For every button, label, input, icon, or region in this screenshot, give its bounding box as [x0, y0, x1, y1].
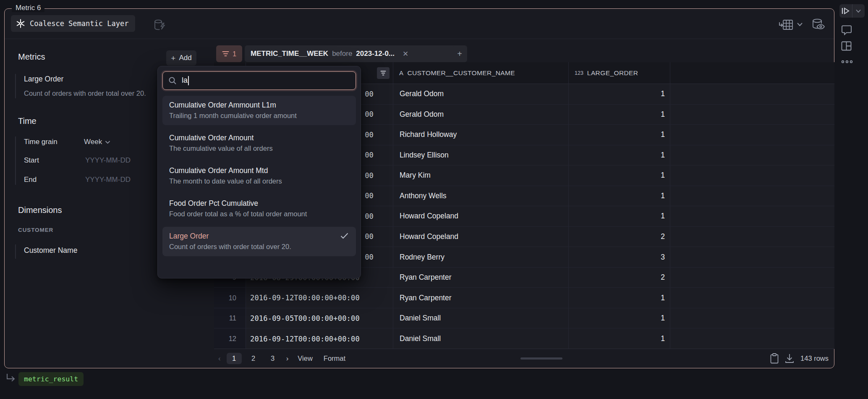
row-count: 143 rows	[800, 354, 829, 362]
cell-large-order: 1	[569, 186, 670, 206]
cell-empty	[670, 328, 834, 349]
metric-option-title: Cumulative Order Ammount L1m	[169, 100, 349, 110]
add-metric-button[interactable]: + Add	[166, 50, 196, 66]
cell-customer-name: Richard Holloway	[393, 125, 569, 145]
database-lightning-icon[interactable]	[154, 19, 165, 32]
metric-option[interactable]: Cumulative Order Amount The cumulative v…	[162, 129, 356, 158]
end-date-input[interactable]: YYYY-MM-DD	[85, 176, 131, 184]
cell-empty	[670, 186, 834, 206]
metric-option-title: Cumulative Order Amount	[169, 133, 349, 143]
metric-option[interactable]: Cumulative Order Amount Mtd The month to…	[162, 161, 356, 191]
metric-search-dropdown: la Cumulative Order Ammount L1m Trailing…	[157, 66, 361, 278]
dimension-item-customer-name[interactable]: Customer Name	[24, 246, 77, 255]
column-filter-indicator-button[interactable]	[377, 67, 390, 79]
cell-customer-name: Daniel Small	[393, 328, 569, 349]
metric-option[interactable]: Food Order Pct Cumulative Food order tot…	[162, 194, 356, 223]
number-type-icon: 123	[575, 70, 583, 76]
start-label: Start	[24, 156, 39, 165]
cell-large-order: 2	[569, 268, 670, 288]
selected-metric-description: Count of orders with order total over 20…	[24, 89, 146, 97]
semantic-layer-source-chip[interactable]: Coalesce Semantic Layer	[11, 15, 135, 32]
output-variable-name: metric_result	[24, 375, 78, 383]
cell-large-order: 1	[569, 145, 670, 165]
filter-field: METRIC_TIME__WEEK	[251, 50, 328, 58]
page-button[interactable]: 1	[227, 353, 242, 364]
start-date-input[interactable]: YYYY-MM-DD	[85, 156, 131, 165]
table-row[interactable]: 10 2016-09-12T00:00:00+00:00 Ryan Carpen…	[214, 288, 834, 308]
cell-customer-name: Lindsey Ellison	[393, 145, 569, 165]
page-button[interactable]: 3	[265, 353, 280, 364]
previous-page-icon[interactable]: ‹	[218, 354, 221, 363]
row-number: 12	[214, 328, 246, 349]
next-page-icon[interactable]: ›	[286, 354, 289, 363]
cell-empty	[670, 308, 834, 328]
time-grain-select[interactable]: Week	[84, 138, 110, 146]
metric-option[interactable]: Cumulative Order Ammount L1m Trailing 1 …	[162, 96, 356, 125]
filter-count-chip[interactable]: 1	[216, 45, 242, 62]
metric-option-title: Large Order	[169, 231, 349, 241]
format-menu[interactable]: Format	[324, 354, 345, 362]
metric-option-description: The month to date value of all orders	[169, 176, 349, 186]
cell-metric-time: 2016-09-12T00:00:00+00:00	[246, 328, 393, 349]
cell-customer-name: Gerald Odom	[393, 105, 569, 125]
column-header-large-order[interactable]: 123 LARGE_ORDER	[569, 62, 670, 84]
comment-icon[interactable]	[841, 25, 852, 35]
chevron-down-icon	[105, 140, 110, 144]
cell-empty	[670, 288, 834, 308]
database-preview-icon[interactable]	[812, 18, 825, 30]
cell-empty	[670, 206, 834, 226]
insert-table-icon[interactable]	[779, 19, 793, 30]
cell-empty	[670, 84, 834, 104]
metric-option[interactable]: Large Order Count of orders with order t…	[162, 227, 356, 256]
row-number: 11	[214, 308, 246, 328]
cell-customer-name: Rodney Berry	[393, 247, 569, 267]
check-icon	[340, 233, 348, 239]
pagination: ‹ 1 2 3 ›	[214, 353, 288, 364]
selected-metric-name[interactable]: Large Order	[24, 75, 63, 84]
horizontal-scrollbar[interactable]	[520, 357, 562, 360]
cell-large-order: 1	[569, 328, 670, 349]
filter-count: 1	[233, 50, 236, 58]
chevron-down-icon[interactable]	[797, 22, 803, 27]
run-options-chevron-icon[interactable]	[852, 9, 865, 13]
filter-chip[interactable]: METRIC_TIME__WEEK before 2023-12-0... ✕	[245, 45, 459, 62]
table-row[interactable]: 12 2016-09-12T00:00:00+00:00 Daniel Smal…	[214, 328, 834, 349]
time-grain-value: Week	[84, 138, 102, 146]
metric-option-title: Food Order Pct Cumulative	[169, 198, 349, 208]
output-variable-chip[interactable]: metric_result	[18, 372, 84, 386]
remove-filter-icon[interactable]: ✕	[403, 50, 408, 58]
cell-large-order: 1	[569, 125, 670, 145]
layout-panels-icon[interactable]	[841, 41, 852, 51]
row-number: 10	[214, 288, 246, 308]
add-filter-button[interactable]: +	[452, 45, 467, 62]
snowflake-icon	[16, 19, 25, 28]
cell-empty	[670, 247, 834, 267]
cell-customer-name: Ryan Carpenter	[393, 288, 569, 308]
column-header-customer-name[interactable]: A CUSTOMER__CUSTOMER_NAME	[393, 62, 569, 84]
notebook-canvas: Metric 6 Coalesce Semantic Layer	[0, 0, 868, 399]
cell-large-order: 2	[569, 227, 670, 247]
time-section-title: Time	[18, 116, 37, 126]
copy-to-clipboard-icon[interactable]	[770, 353, 779, 364]
text-caret	[188, 76, 189, 85]
search-input[interactable]: la	[162, 71, 356, 90]
cell-large-order: 1	[569, 308, 670, 328]
table-row[interactable]: 11 2016-09-05T00:00:00+00:00 Daniel Smal…	[214, 308, 834, 329]
filter-icon	[222, 51, 229, 57]
metric-option-description: Trailing 1 month cumulative order amount	[169, 110, 349, 121]
cell-customer-name: Daniel Small	[393, 308, 569, 328]
indent-guide	[15, 136, 16, 185]
view-menu[interactable]: View	[298, 354, 312, 362]
page-button[interactable]: 2	[246, 353, 261, 364]
cell-title: Metric 6	[12, 4, 44, 12]
cell-metric-time: 2016-09-05T00:00:00+00:00	[246, 308, 393, 328]
column-header-label: CUSTOMER__CUSTOMER_NAME	[407, 69, 515, 77]
download-icon[interactable]	[785, 354, 794, 363]
metric-option-description: The cumulative value of all orders	[169, 143, 349, 154]
indent-guide	[15, 74, 16, 98]
metrics-section-title: Metrics	[18, 52, 45, 62]
run-cell-button[interactable]	[839, 8, 852, 14]
more-options-icon[interactable]	[841, 60, 853, 63]
plus-icon: +	[457, 49, 462, 59]
cell-large-order: 1	[569, 206, 670, 226]
